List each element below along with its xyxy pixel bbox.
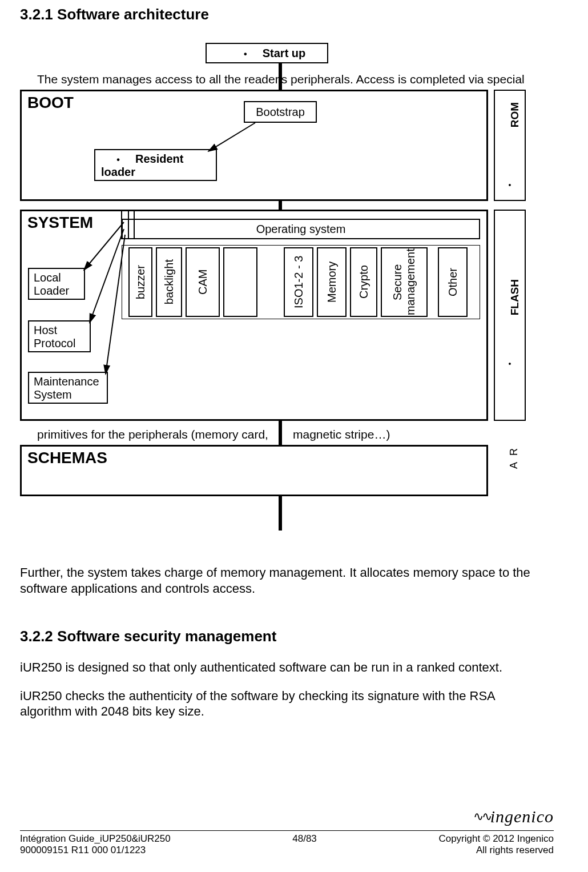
module-blank (223, 247, 257, 317)
boot-title: BOOT (27, 94, 74, 112)
resident-loader-box: Resident loader (94, 149, 217, 181)
module-other: Other (438, 247, 468, 317)
schemas-box: SCHEMAS (20, 445, 488, 496)
architecture-diagram: Start up The system manages access to al… (20, 39, 545, 542)
primitives-text-left: primitives for the peripherals (memory c… (37, 428, 268, 441)
bootstrap-box: Bootstrap (244, 101, 317, 123)
section-heading-2: 3.2.2 Software security management (20, 628, 554, 645)
ra-a: A (508, 462, 520, 469)
page-footer: Intégration Guide_iUP250&iUR250 48/83 Co… (20, 830, 554, 856)
module-buzzer: buzzer (128, 247, 152, 317)
primitives-text-right: magnetic stripe…) (293, 428, 390, 441)
footer-right-2: All rights reserved (476, 845, 554, 856)
body-para-2: iUR250 is designed so that only authenti… (20, 660, 517, 676)
module-cam: CAM (186, 247, 220, 317)
flash-box: FLASH • (494, 210, 526, 421)
resident-loader-label: Resident loader (101, 152, 183, 178)
ra-box: R A (494, 445, 526, 496)
startup-box: Start up (206, 43, 328, 63)
footer-right-1: Copyright © 2012 Ingenico (438, 833, 554, 845)
os-box: Operating system (122, 219, 480, 239)
schemas-title: SCHEMAS (27, 449, 107, 467)
os-label: Operating system (123, 220, 479, 238)
flash-label: FLASH (509, 279, 521, 315)
local-loader-box: Local Loader (28, 268, 85, 300)
module-secure: Secure management (381, 247, 428, 317)
body-para-1: Further, the system takes charge of memo… (20, 565, 554, 596)
module-crypto: Crypto (350, 247, 377, 317)
module-memory: Memory (317, 247, 347, 317)
module-backlight: backlight (156, 247, 182, 317)
bootstrap-label: Bootstrap (245, 102, 316, 122)
system-title: SYSTEM (27, 214, 93, 232)
host-protocol-box: Host Protocol (28, 320, 91, 352)
maintenance-box: Maintenance System (28, 372, 108, 404)
ra-r: R (508, 448, 520, 456)
section-heading-1: 3.2.1 Software architecture (20, 6, 554, 23)
rom-bullet: • (495, 180, 525, 190)
body-para-3: iUR250 checks the authenticity of the so… (20, 688, 517, 720)
brand-logo: ∿∿ingenico (473, 807, 554, 826)
local-loader-label: Local Loader (34, 271, 69, 297)
footer-left-1: Intégration Guide_iUP250&iUR250 (20, 833, 171, 845)
startup-label: Start up (228, 47, 306, 60)
flash-bullet: • (495, 359, 525, 368)
footer-left-2: 900009151 R11 000 01/1223 (20, 845, 146, 856)
host-protocol-label: Host Protocol (34, 324, 75, 349)
intro-text: The system manages access to all the rea… (37, 73, 525, 86)
maintenance-label: Maintenance System (34, 375, 99, 401)
rom-label: ROM (509, 102, 521, 127)
footer-center: 48/83 (292, 833, 317, 845)
module-iso: ISO1-2 - 3 (284, 247, 313, 317)
rom-box: ROM • (494, 90, 526, 201)
